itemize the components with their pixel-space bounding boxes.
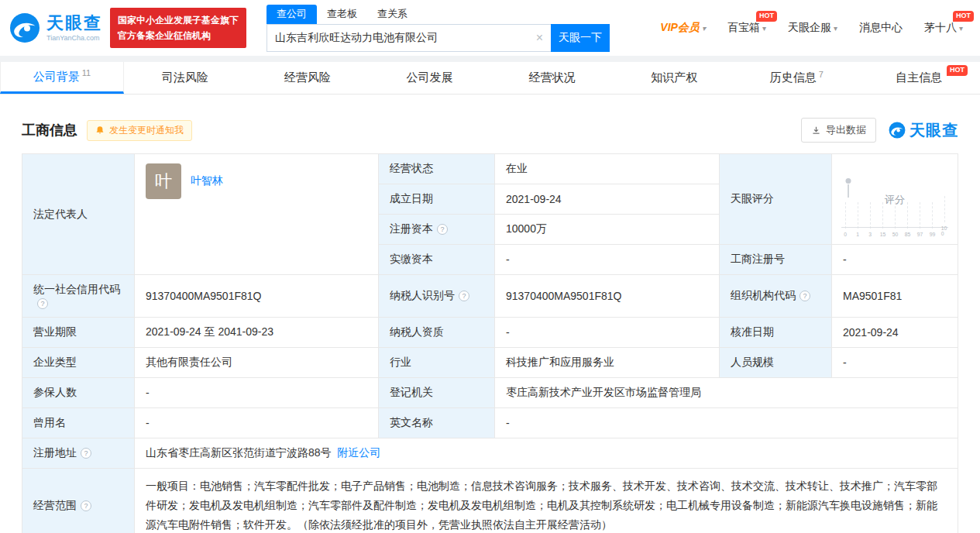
- label-registry-authority: 登记机关: [379, 378, 495, 408]
- help-icon[interactable]: ?: [81, 500, 91, 511]
- label-company-type: 企业类型: [22, 348, 135, 378]
- legal-rep-link[interactable]: 叶智林: [191, 174, 223, 188]
- notify-on-change-button[interactable]: 发生变更时通知我: [87, 120, 192, 141]
- value-taxpayer-quality: -: [495, 318, 720, 348]
- axis-tick: 99: [929, 232, 935, 238]
- hot-badge: HOT: [756, 11, 777, 22]
- table-row: 营业期限 2021-09-24 至 2041-09-23 纳税人资质 - 核准日…: [22, 318, 958, 348]
- value-industry: 科技推广和应用服务业: [495, 348, 720, 378]
- score-axis: 0 1 3 15 50 85 97 99 100: [841, 198, 948, 238]
- value-registration-number: -: [832, 245, 958, 275]
- search-tabs: 查公司 查老板 查关系: [266, 5, 610, 24]
- tab-count: 7: [819, 70, 824, 79]
- cert-line2: 官方备案企业征信机构: [118, 28, 239, 43]
- search-tab-company[interactable]: 查公司: [266, 5, 317, 24]
- axis-tick: 3: [868, 232, 872, 238]
- tab-label: 自主信息: [896, 70, 942, 85]
- search-button[interactable]: 天眼一下: [551, 24, 610, 52]
- header-divider-strip: [0, 56, 980, 62]
- nearby-companies-link[interactable]: 附近公司: [337, 446, 380, 459]
- label-industry: 行业: [379, 348, 495, 378]
- help-icon[interactable]: ?: [81, 448, 91, 459]
- value-business-term: 2021-09-24 至 2041-09-23: [135, 318, 379, 348]
- export-label: 导出数据: [826, 123, 866, 137]
- help-icon[interactable]: ?: [37, 298, 48, 309]
- tab-label: 公司发展: [407, 70, 453, 85]
- business-info-table: 法定代表人 叶 叶智林 经营状态 在业 天眼评分 评分 0 1 3: [22, 153, 958, 533]
- tab-company-development[interactable]: 公司发展: [369, 62, 491, 94]
- label-status: 经营状态: [379, 154, 495, 184]
- export-data-button[interactable]: 导出数据: [801, 118, 876, 143]
- section-title: 工商信息: [22, 121, 77, 139]
- cert-line1: 国家中小企业发展子基金旗下: [118, 12, 239, 28]
- tab-label: 历史信息: [770, 70, 817, 85]
- hot-badge: HOT: [953, 11, 974, 22]
- label-approval-date: 核准日期: [720, 318, 832, 348]
- treasure-box-label: 百宝箱: [727, 21, 760, 33]
- value-registered-capital: 10000万: [495, 215, 720, 245]
- label-established-date: 成立日期: [379, 184, 495, 215]
- tab-history-info[interactable]: 历史信息7: [735, 62, 858, 94]
- user-menu: VIP会员▾ HOT百宝箱▾ 天眼企服▾ 消息中心 HOT茅十八▾: [660, 21, 971, 35]
- tab-company-background[interactable]: 公司背景11: [0, 62, 124, 94]
- label-text: 经营范围: [33, 499, 77, 511]
- top-header: 天眼查 TianYanCha.com 国家中小企业发展子基金旗下 官方备案企业征…: [0, 0, 980, 56]
- tab-label: 公司背景: [33, 70, 80, 84]
- label-staff-size: 人员规模: [720, 348, 832, 378]
- clear-search-icon[interactable]: ×: [528, 31, 551, 45]
- help-icon[interactable]: ?: [459, 291, 469, 301]
- search-tab-relation[interactable]: 查关系: [367, 5, 418, 24]
- tab-intellectual-property[interactable]: 知识产权: [613, 62, 735, 94]
- tab-count: 11: [82, 68, 91, 77]
- search-area: 查公司 查老板 查关系 × 天眼一下: [266, 5, 610, 52]
- axis-tick: 1: [856, 232, 859, 238]
- value-registered-address: 山东省枣庄高新区张范街道宁波路88号 附近公司: [135, 438, 958, 469]
- chevron-down-icon: ▾: [762, 24, 766, 33]
- enterprise-service-label: 天眼企服: [788, 21, 831, 33]
- value-org-code: MA9501F81: [832, 275, 958, 318]
- label-registration-number: 工商注册号: [720, 245, 832, 275]
- treasure-box-menu-item[interactable]: HOT百宝箱▾: [727, 21, 766, 35]
- label-text: 注册资本: [390, 222, 433, 235]
- chevron-down-icon: ▾: [702, 24, 706, 33]
- tianyancha-logo[interactable]: 天眼查 TianYanCha.com: [9, 12, 102, 43]
- table-row: 经营范围? 一般项目：电池销售；汽车零配件批发；电子产品销售；电池制造；信息技术…: [22, 469, 958, 533]
- address-text: 山东省枣庄高新区张范街道宁波路88号: [146, 446, 332, 459]
- tianyancha-logo-icon: [889, 122, 906, 139]
- logo-brand-text: 天眼查: [46, 14, 102, 33]
- tab-judicial-risk[interactable]: 司法风险: [124, 62, 246, 94]
- user-account-menu-item[interactable]: HOT茅十八▾: [924, 21, 963, 35]
- axis-tick: 15: [879, 232, 885, 238]
- vip-menu-item[interactable]: VIP会员▾: [660, 21, 706, 35]
- search-tab-boss[interactable]: 查老板: [317, 5, 367, 24]
- tab-label: 经营风险: [284, 70, 331, 85]
- message-center-menu-item[interactable]: 消息中心: [859, 21, 903, 35]
- help-icon[interactable]: ?: [437, 224, 448, 235]
- table-row: 曾用名 - 英文名称 -: [22, 408, 958, 438]
- search-input-wrap: ×: [266, 24, 551, 52]
- enterprise-service-menu-item[interactable]: 天眼企服▾: [788, 21, 837, 35]
- chevron-down-icon: ▾: [834, 24, 837, 33]
- axis-tick: 100: [941, 226, 948, 237]
- value-established-date: 2021-09-24: [495, 184, 720, 215]
- hot-badge: HOT: [947, 65, 968, 76]
- tianyan-score-panel[interactable]: 评分 0 1 3 15 50 85 97 99 100: [832, 154, 958, 245]
- label-credit-code: 统一社会信用代码?: [22, 275, 135, 318]
- help-icon[interactable]: ?: [799, 291, 810, 301]
- value-business-scope: 一般项目：电池销售；汽车零配件批发；电子产品销售；电池制造；信息技术咨询服务；技…: [135, 469, 958, 533]
- search-input[interactable]: [267, 25, 528, 51]
- legal-rep-avatar[interactable]: 叶: [146, 163, 181, 199]
- value-company-type: 其他有限责任公司: [135, 348, 379, 378]
- label-paid-capital: 实缴资本: [379, 245, 495, 275]
- table-row: 统一社会信用代码? 91370400MA9501F81Q 纳税人识别号? 913…: [22, 275, 958, 318]
- label-former-name: 曾用名: [22, 408, 135, 438]
- tab-operating-risk[interactable]: 经营风险: [246, 62, 369, 94]
- tab-operating-status[interactable]: 经营状况: [491, 62, 614, 94]
- tab-self-info[interactable]: HOT自主信息: [858, 62, 980, 94]
- tab-label: 知识产权: [651, 70, 697, 85]
- username-label: 茅十八: [924, 21, 957, 33]
- value-former-name: -: [135, 408, 379, 438]
- chevron-down-icon: ▾: [959, 24, 963, 33]
- table-row: 企业类型 其他有限责任公司 行业 科技推广和应用服务业 人员规模 -: [22, 348, 958, 378]
- value-registry-authority: 枣庄高新技术产业开发区市场监督管理局: [495, 378, 958, 408]
